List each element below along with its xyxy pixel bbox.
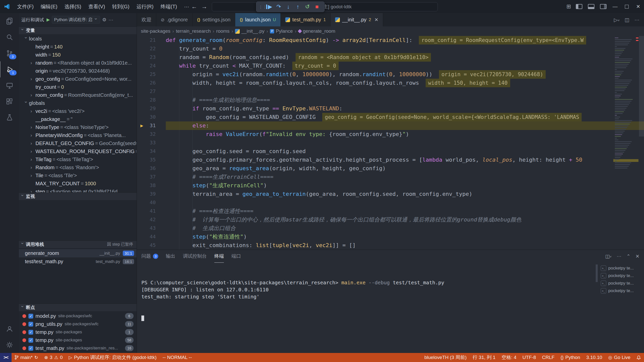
- terminal-instance[interactable]: >_pocketpy te...: [599, 264, 641, 272]
- menu-item[interactable]: 编辑(E): [37, 0, 61, 13]
- status-python-version[interactable]: 3.10.10: [583, 353, 605, 362]
- code-line[interactable]: 42 # 计算每一个出口的中心，然后使用astar生成路径，确保每一个出口组合都…: [137, 215, 644, 224]
- status-vim-mode[interactable]: -- NORMAL --: [159, 353, 195, 362]
- terminal-instance[interactable]: >_pocketpy te...: [599, 272, 641, 280]
- close-button[interactable]: ✕: [632, 0, 644, 13]
- code-line[interactable]: 29 if room_config.env_type == EnvType.WA…: [137, 104, 644, 113]
- menu-item[interactable]: 终端(T): [157, 0, 181, 13]
- code-line[interactable]: 32 raise ValueError(f"Invalid env type: …: [137, 130, 644, 139]
- command-center-search[interactable]: [拉屎开始宿主] godot-ldtk: [212, 2, 438, 11]
- code-line[interactable]: 26 width, height = room_config.layout.n_…: [137, 79, 644, 87]
- menu-item[interactable]: 选择(S): [61, 0, 85, 13]
- breakpoint-checkbox[interactable]: ✓: [28, 314, 33, 319]
- breakpoint-row[interactable]: ✓png_utils.pysite-packages\wfc11: [19, 320, 137, 328]
- tab-test_math.py[interactable]: test_math.py1: [281, 13, 331, 26]
- breakpoint-checkbox[interactable]: ✓: [28, 322, 33, 327]
- variable-row[interactable]: try_count = 0: [19, 83, 137, 91]
- tab-launch.json[interactable]: {}launch.jsonU: [235, 13, 281, 26]
- breakpoint-row[interactable]: ✓model.pysite-packages\wfc6: [19, 312, 137, 320]
- nav-forward-icon[interactable]: →: [201, 0, 207, 13]
- breadcrumb-item[interactable]: site-packages: [141, 28, 170, 34]
- code-line[interactable]: 45 exit_combinations: list[tuple[vec2i, …: [137, 241, 644, 250]
- code-line[interactable]: 43 # 生成出口组合: [137, 224, 644, 233]
- toggle-sidebar-icon[interactable]: [576, 4, 582, 9]
- remote-explorer-icon[interactable]: [0, 77, 19, 94]
- status-problems[interactable]: ⊗3⚠0: [41, 353, 66, 362]
- breakpoint-checkbox[interactable]: ✓: [28, 330, 33, 335]
- terminal-instance[interactable]: >_pocketpy te...: [599, 287, 641, 295]
- menu-item[interactable]: 查看(V): [85, 0, 109, 13]
- terminal-layout-icon[interactable]: ◫˅: [605, 253, 612, 259]
- code-line[interactable]: 34 geo_config.seed = room_config.seed: [137, 147, 644, 156]
- customize-layout-icon[interactable]: ⊞: [567, 3, 571, 10]
- breakpoint-checkbox[interactable]: ✓: [28, 338, 33, 343]
- code-line[interactable]: ▶31 else:: [137, 121, 644, 130]
- panel-tab-端口[interactable]: 端口: [231, 250, 241, 262]
- menu-item[interactable]: 运行(R): [133, 0, 157, 13]
- status-cursor-position[interactable]: 行 31, 列 1: [470, 353, 499, 362]
- variable-row[interactable]: width = 150: [19, 51, 137, 59]
- code-line[interactable]: 27: [137, 87, 644, 96]
- code-line[interactable]: 39 terrain_area = geo_area_to_terrain(ge…: [137, 190, 644, 198]
- code-line[interactable]: 35 geo_config.primary_forces.geothermal_…: [137, 156, 644, 164]
- breadcrumb-item[interactable]: __init__.py: [235, 28, 264, 34]
- tab-close-icon[interactable]: ✕: [374, 17, 378, 23]
- status-remote[interactable]: ><: [0, 353, 12, 362]
- variable-row[interactable]: ›step = <function step at 0x1bf8d716d: [19, 188, 137, 192]
- variable-row[interactable]: origin = vec2i(7205730, 9024468): [19, 67, 137, 75]
- debug-config-select[interactable]: Python 调试程序: 启 ›: [52, 16, 100, 24]
- code-line[interactable]: 25 origin = vec2i(random.randint(0, 1000…: [137, 70, 644, 79]
- debug-settings-gear-icon[interactable]: ⚙: [102, 17, 106, 23]
- variable-row[interactable]: ›Tile = <class 'Tile'>: [19, 171, 137, 179]
- status-encoding[interactable]: UTF-8: [519, 353, 539, 362]
- more-actions-icon[interactable]: ···: [634, 17, 639, 23]
- code-line[interactable]: 28 # ====生成初始地理信息====: [137, 96, 644, 104]
- account-icon[interactable]: [0, 321, 19, 337]
- panel-tab-输出[interactable]: 输出: [166, 250, 175, 262]
- status-indentation[interactable]: 空格: 4: [499, 353, 519, 362]
- variable-row[interactable]: ›vec2i = <class 'vec2i'>: [19, 107, 137, 115]
- tab-.gdignore[interactable]: ⊘.gdignore: [156, 13, 193, 26]
- code-line[interactable]: 40: [137, 198, 644, 207]
- terminal-scrollbar[interactable]: [596, 264, 598, 282]
- status-debug-config[interactable]: ▷Python 调试程序: 启动文件 (godot-ldtk): [66, 353, 159, 362]
- restart-icon[interactable]: ↺: [303, 3, 312, 11]
- callstack-frame[interactable]: generate_room__init__.py31:1: [19, 249, 137, 257]
- extensions-icon[interactable]: [0, 94, 19, 110]
- variables-section-header[interactable]: › 变量: [19, 26, 137, 34]
- variable-row[interactable]: ›WASTELAND_ROOM_REQUEST_CONFIG = RoomR..…: [19, 147, 137, 155]
- variable-row[interactable]: MAX_TRY_COUNT = 1000: [19, 179, 137, 188]
- status-blame[interactable]: blueloveTH (3 周前): [421, 353, 470, 362]
- code-line[interactable]: 41 # ====检查连通性====: [137, 207, 644, 215]
- code-line[interactable]: 24 while try_count < MAX_TRY_COUNT:try_c…: [137, 62, 644, 70]
- variable-scope[interactable]: ›locals: [19, 35, 137, 43]
- split-editor-icon[interactable]: ◫: [625, 17, 629, 23]
- callstack-section-header[interactable]: › 调用堆栈 因 step 已暂停: [19, 240, 137, 248]
- variable-row[interactable]: ›geo_config = GeoConfig(seed=None, wor..…: [19, 75, 137, 83]
- panel-maximize-icon[interactable]: ⌃: [626, 253, 630, 259]
- variable-row[interactable]: height = 140: [19, 43, 137, 51]
- continue-icon[interactable]: ▶: [264, 3, 274, 11]
- search-icon[interactable]: [0, 29, 19, 45]
- code-line[interactable]: 36 geo_area = request_area(origin, width…: [137, 164, 644, 173]
- breadcrumb-item[interactable]: generate_room: [298, 28, 335, 34]
- breakpoint-checkbox[interactable]: ✓: [28, 346, 33, 351]
- code-line[interactable]: 37 # ====生成TerrainCell====: [137, 173, 644, 181]
- watch-section-header[interactable]: › 监视: [19, 192, 137, 200]
- menu-item[interactable]: 文件(F): [14, 0, 37, 13]
- source-control-icon[interactable]: 3: [0, 45, 19, 61]
- code-line[interactable]: 23 random = Random(room_config.seed)rand…: [137, 53, 644, 62]
- variable-row[interactable]: ›PlanetaryWindConfig = <class 'Planeta..…: [19, 131, 137, 139]
- breakpoint-row[interactable]: ✓test_math.pysite-packages\terrain_res..…: [19, 344, 137, 352]
- status-eol[interactable]: CRLF: [539, 353, 558, 362]
- nav-back-icon[interactable]: ←: [191, 0, 197, 13]
- variable-scope[interactable]: ›globals: [19, 99, 137, 107]
- step-into-icon[interactable]: ↓: [284, 3, 293, 11]
- status-language[interactable]: {}Python: [557, 353, 583, 362]
- minimize-button[interactable]: —: [609, 0, 621, 13]
- variable-row[interactable]: ›Random = <class 'Random'>: [19, 163, 137, 171]
- editor[interactable]: 21def generate_room(room_config: RoomReq…: [137, 36, 644, 250]
- minimap[interactable]: [613, 36, 638, 250]
- code-line[interactable]: 21def generate_room(room_config: RoomReq…: [137, 36, 644, 44]
- menu-item[interactable]: ···: [181, 0, 193, 13]
